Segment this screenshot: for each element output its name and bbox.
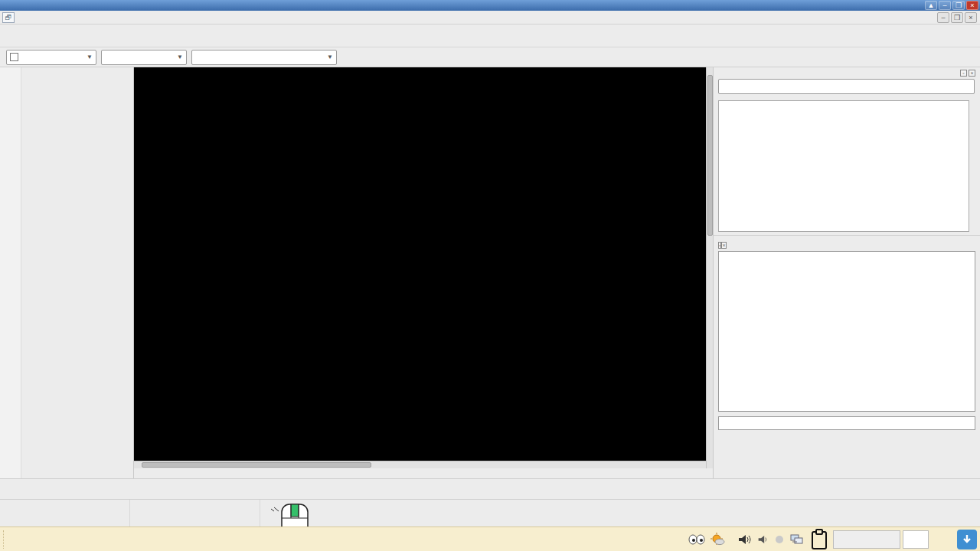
xeyes-tray-icon[interactable] — [688, 529, 706, 550]
canvas-horizontal-scrollbar[interactable] — [134, 461, 706, 468]
main-toolbar — [0, 24, 980, 47]
selected-field — [352, 500, 368, 527]
chevron-down-icon: ▼ — [80, 54, 93, 60]
mdi-restore-button[interactable]: ❒ — [951, 12, 963, 23]
volume-tray-icon[interactable] — [736, 529, 753, 550]
linewidth-combo[interactable]: ▼ — [101, 50, 187, 65]
left-tool-strip — [0, 67, 21, 478]
cpu-history-graph[interactable] — [833, 530, 900, 549]
absolute-coordinates — [0, 500, 130, 527]
dock-float-icon[interactable]: ▫ — [960, 70, 967, 77]
volume2-tray-icon[interactable] — [755, 529, 770, 550]
cpu-usage-monitor[interactable] — [903, 530, 929, 549]
command-output — [718, 251, 975, 412]
bluetooth-tray-icon[interactable] — [773, 529, 786, 550]
chevron-down-icon: ▼ — [171, 54, 183, 60]
dock-close-icon[interactable]: × — [969, 70, 975, 77]
command-input[interactable] — [718, 416, 975, 430]
current-layer-field — [383, 500, 398, 527]
chevron-down-icon: ▼ — [321, 54, 333, 60]
snap-toolbar — [0, 478, 980, 499]
statusbar — [0, 499, 980, 527]
weather-tray-icon[interactable] — [708, 529, 727, 550]
shade-button[interactable]: ▲ — [925, 1, 937, 10]
drawing-canvas[interactable] — [134, 67, 706, 461]
clipboard-tray-icon[interactable] — [808, 529, 831, 550]
taskbar — [0, 527, 980, 551]
layer-list — [718, 100, 969, 232]
document-window-icon[interactable]: 🗗 — [2, 12, 15, 23]
minimize-button[interactable]: – — [939, 1, 951, 10]
right-dock: ▫× ▫× — [713, 67, 980, 478]
canvas-vertical-scrollbar[interactable] — [706, 67, 713, 468]
close-button[interactable]: × — [966, 1, 978, 10]
pen-toolbar: ▼ ▼ ▼ — [0, 47, 980, 67]
layer-filter-input[interactable] — [718, 79, 975, 94]
relative-coordinates — [130, 500, 260, 527]
mouse-hint-widget — [260, 500, 352, 527]
linetype-combo[interactable]: ▼ — [191, 50, 337, 65]
left-dock-panels — [21, 67, 134, 478]
remote-display-tray-icon[interactable] — [789, 529, 805, 550]
menubar: 🗗 – ❒ × — [0, 11, 980, 24]
grid-status-field — [398, 500, 413, 527]
updater-tray-icon[interactable] — [957, 530, 977, 549]
dock-close-icon[interactable]: × — [721, 242, 726, 249]
maximize-button[interactable]: ❒ — [952, 1, 965, 10]
color-combo[interactable]: ▼ — [6, 50, 96, 65]
color-swatch — [10, 53, 18, 61]
total-length-field — [368, 500, 383, 527]
mdi-close-button[interactable]: × — [965, 12, 977, 23]
window-titlebar: ▲ – ❒ × — [0, 0, 980, 11]
mdi-minimize-button[interactable]: – — [937, 12, 949, 23]
